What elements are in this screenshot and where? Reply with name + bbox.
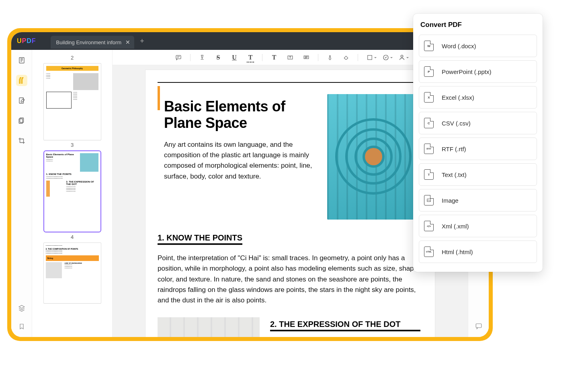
page-number-3: 3 — [32, 142, 112, 148]
convert-option-xml[interactable]: </>Xml (.xml) — [419, 215, 537, 237]
shape-icon[interactable] — [365, 53, 374, 62]
thumbnail-page-2[interactable]: Geometric Philosophy ▪▪▪▪▪▪▪▪▪▪▪▪▪▪▪▪▪▪▪… — [43, 63, 101, 140]
highlight-icon[interactable] — [198, 53, 207, 62]
rtf-file-icon: RTF — [424, 144, 434, 154]
svg-rect-0 — [19, 58, 24, 63]
logo-u: U — [17, 37, 22, 44]
comment-tool[interactable] — [16, 75, 27, 86]
edit-tool[interactable] — [16, 95, 27, 106]
html-file-icon: HTML — [424, 247, 434, 257]
squiggly-icon[interactable]: T — [246, 53, 255, 62]
chat-icon[interactable] — [475, 323, 482, 331]
note-icon[interactable] — [174, 53, 183, 62]
opt-label: PowerPoint (.pptx) — [442, 68, 491, 75]
layers-icon[interactable] — [16, 302, 27, 314]
txt-file-icon: T — [424, 169, 434, 180]
opt-label: Word (.docx) — [442, 43, 476, 49]
document-page: Basic Elements of Plane Space Any art co… — [145, 70, 435, 337]
eraser-icon[interactable] — [342, 53, 350, 62]
new-tab-button[interactable]: + — [140, 37, 144, 45]
panel-title: Convert PDF — [419, 21, 537, 29]
pages-tool[interactable] — [16, 115, 27, 126]
thumbnail-page-3[interactable]: Basic Elements of Plane Space▪▪▪▪▪▪▪▪▪▪▪… — [43, 150, 101, 232]
ppt-file-icon: P — [424, 66, 434, 77]
opt-label: Xml (.xml) — [442, 223, 469, 230]
image-file-icon — [424, 195, 434, 205]
pencil-icon[interactable] — [326, 53, 334, 62]
tile-image — [158, 317, 260, 337]
convert-option-csv[interactable]: CCSV (.csv) — [419, 112, 537, 134]
convert-option-image[interactable]: Image — [419, 189, 537, 212]
callout-icon[interactable] — [302, 53, 311, 62]
opt-label: Excel (.xlsx) — [442, 94, 474, 101]
opt-label: Text (.txt) — [442, 171, 467, 178]
thumbnail-panel: 2 Geometric Philosophy ▪▪▪▪▪▪▪▪▪▪▪▪▪▪▪▪▪… — [32, 50, 113, 337]
reader-tool[interactable] — [16, 55, 27, 66]
signature-icon[interactable] — [397, 53, 406, 62]
logo-p: P — [22, 37, 27, 44]
thumbnail-page-4[interactable]: ▪▪▪▪▪▪▪▪▪▪▪▪▪▪▪▪▪▪▪▪▪▪▪▪▪▪▪▪▪▪▪▪▪▪▪▪▪▪▪ … — [43, 242, 101, 304]
logo-d: D — [27, 37, 32, 44]
word-file-icon: W — [424, 41, 434, 51]
thumb3-title: Basic Elements of Plane Space — [46, 153, 78, 158]
thumb3-h1: 1. KNOW THE POINTS — [46, 173, 98, 175]
thumb3-h2: 2. THE EXPRESSION OF THE DOT — [66, 181, 98, 185]
bookmark-icon[interactable] — [16, 321, 27, 332]
xml-file-icon: </> — [424, 221, 434, 231]
thumb4-str: String — [46, 255, 99, 261]
csv-file-icon: C — [424, 118, 434, 128]
document-tab[interactable]: Building Environment inform ✕ — [51, 36, 135, 49]
svg-rect-10 — [476, 324, 481, 328]
logo-f: F — [32, 37, 36, 44]
page-number-2: 2 — [32, 55, 112, 61]
excel-file-icon: X — [424, 92, 434, 103]
convert-option-word[interactable]: WWord (.docx) — [419, 35, 537, 57]
strikethrough-icon[interactable]: S — [214, 53, 223, 62]
opt-label: Image — [442, 197, 459, 204]
section-2-heading: 2. THE EXPRESSION OF THE DOT — [270, 320, 420, 331]
text-tool-icon[interactable]: T — [270, 53, 279, 62]
opt-label: CSV (.csv) — [442, 120, 471, 127]
underline-icon[interactable]: U — [230, 53, 239, 62]
page-number-4: 4 — [32, 234, 112, 240]
hero-image — [327, 94, 420, 220]
textbox-icon[interactable] — [286, 53, 295, 62]
crop-tool[interactable] — [16, 135, 27, 146]
svg-rect-4 — [176, 55, 181, 59]
app-logo: UPDF — [11, 37, 42, 45]
svg-point-9 — [401, 55, 403, 57]
accent-bar — [158, 86, 160, 110]
convert-option-text[interactable]: TText (.txt) — [419, 163, 537, 186]
section-1-heading: 1. KNOW THE POINTS — [158, 233, 242, 245]
convert-option-powerpoint[interactable]: PPowerPoint (.pptx) — [419, 60, 537, 83]
opt-label: Html (.html) — [442, 249, 473, 255]
close-tab-icon[interactable]: ✕ — [125, 39, 130, 45]
section-1-body: Point, the interpretation of "Ci Hai" is… — [158, 253, 420, 306]
svg-rect-7 — [368, 55, 372, 60]
page-intro: Any art contains its own language, and t… — [164, 140, 318, 182]
convert-pdf-panel: Convert PDF WWord (.docx) PPowerPoint (.… — [413, 14, 543, 272]
opt-label: RTF (.rtf) — [442, 146, 466, 152]
tab-title: Building Environment inform — [56, 39, 122, 45]
thumb2-title: Geometric Philosophy — [46, 66, 98, 71]
left-sidebar — [11, 50, 32, 337]
convert-option-html[interactable]: HTMLHtml (.html) — [419, 240, 537, 263]
convert-option-rtf[interactable]: RTFRTF (.rtf) — [419, 138, 537, 160]
stamp-icon[interactable] — [381, 53, 390, 62]
page-title: Basic Elements of Plane Space — [164, 98, 318, 131]
convert-option-excel[interactable]: XExcel (.xlsx) — [419, 86, 537, 109]
